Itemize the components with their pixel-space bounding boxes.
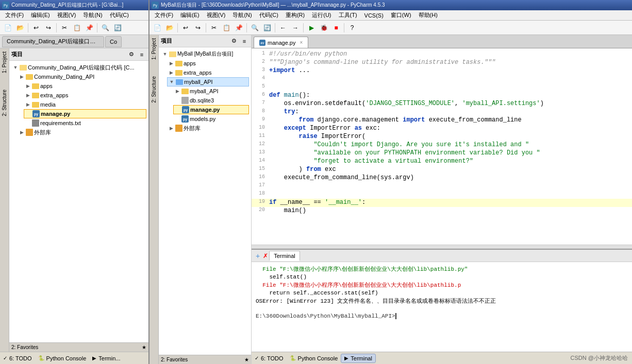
right-tree-myball-api-sub[interactable]: ▶ myball_API xyxy=(173,86,249,96)
right-console-btn[interactable]: 🐍 Python Console xyxy=(287,354,341,363)
right-tree-db-label: db.sqlite3 xyxy=(190,97,214,103)
left-menu-view[interactable]: 视图(V) xyxy=(54,10,79,20)
left-menu-file[interactable]: 文件(F) xyxy=(2,10,27,20)
right-menu-window[interactable]: 窗口(W) xyxy=(388,10,414,20)
right-menu-code[interactable]: 代码(C) xyxy=(256,10,281,20)
right-menu-vcs[interactable]: VCS(S) xyxy=(361,11,387,20)
left-project-side-label[interactable]: 1: Project xyxy=(1,48,8,76)
file-tab-manage-py[interactable]: py manage.py × xyxy=(254,37,308,48)
tree-root-left[interactable]: ▼ Community_Dating_API后端接口代码 [C... xyxy=(11,63,146,72)
r-stop-btn[interactable]: ■ xyxy=(330,22,342,33)
new-btn[interactable]: 📄 xyxy=(2,22,13,33)
r-paste-btn[interactable]: 📌 xyxy=(233,22,244,33)
tree-media-folder[interactable]: ▶ media xyxy=(24,100,146,109)
right-terminal-active-btn[interactable]: ▶ Terminal xyxy=(341,354,376,363)
left-bottom-bar: ✓ 6: TODO 🐍 Python Console ▶ Termin... xyxy=(0,352,148,364)
tree-manage-py-left[interactable]: ▶ py manage.py xyxy=(24,109,146,118)
right-menu-help[interactable]: 帮助(H) xyxy=(415,10,441,20)
copy-btn[interactable]: 📋 xyxy=(71,22,82,33)
right-tree-root-label: MyBall [MyBall后台项目] xyxy=(177,50,233,58)
tree-api-folder[interactable]: ▶ Community_Dating_API xyxy=(18,72,146,81)
left-gear-btn[interactable]: ⚙ xyxy=(127,50,136,59)
left-tab-project[interactable]: Community_Dating_API后端接口代码 xyxy=(2,36,104,47)
r-undo-btn[interactable]: ↩ xyxy=(180,22,191,33)
right-tree-models[interactable]: ▶ py models.py xyxy=(173,114,249,124)
r-new-btn[interactable]: 📄 xyxy=(152,22,163,33)
code-line-1: 1 #!/usr/bin/env python xyxy=(252,50,632,59)
left-menu-edit[interactable]: 编辑(E) xyxy=(28,10,53,20)
right-structure-side-label[interactable]: 2: Structure xyxy=(150,73,158,106)
r-debug-btn[interactable]: 🐞 xyxy=(318,22,329,33)
tree-apps-folder[interactable]: ▶ apps xyxy=(24,81,146,91)
left-menu-nav[interactable]: 导航(N) xyxy=(80,10,105,20)
terminal-panel: + ✗ Terminal File "F:\微微信小小程序序\创创新新创创业业\… xyxy=(252,249,632,352)
r-fwd-btn[interactable]: → xyxy=(290,22,301,33)
r-cut-btn[interactable]: ✂ xyxy=(208,22,220,33)
code-line-15: 15 ) from exc xyxy=(252,166,632,174)
right-tree-apps-label: apps xyxy=(184,60,196,66)
r-back-btn[interactable]: ← xyxy=(277,22,289,33)
terminal-tab-label: Terminal xyxy=(274,253,295,259)
right-tree-manage-py[interactable]: ▶ py manage.py xyxy=(173,105,249,114)
terminal-line-2: self.stat() xyxy=(256,274,628,280)
r-replace-btn[interactable]: 🔄 xyxy=(261,22,273,33)
right-favorites-label[interactable]: 2: Favorites xyxy=(161,357,188,362)
code-editor[interactable]: 1 #!/usr/bin/env python 2 """Django's co… xyxy=(252,48,632,245)
cut-btn[interactable]: ✂ xyxy=(59,22,70,33)
terminal-tab-main[interactable]: Terminal xyxy=(269,251,300,261)
left-favorites-label[interactable]: 2: Favorites xyxy=(11,344,38,350)
right-gear-btn[interactable]: ⚙ xyxy=(229,37,239,46)
r-copy-btn[interactable]: 📋 xyxy=(221,22,232,33)
right-todo-btn[interactable]: ✓ 6: TODO xyxy=(252,354,287,363)
redo-btn[interactable]: ↪ xyxy=(43,22,54,33)
r-help-btn[interactable]: ? xyxy=(346,22,358,33)
right-side-labels: 1: Project 2: Structure xyxy=(149,35,159,364)
left-terminal-btn[interactable]: ▶ Termin... xyxy=(89,354,123,363)
right-tree-apps[interactable]: ▶ apps xyxy=(167,59,249,68)
left-todo-btn[interactable]: ✓ 6: TODO xyxy=(0,354,35,363)
right-tree-root[interactable]: ▼ MyBall [MyBall后台项目] xyxy=(161,49,249,59)
right-menu-run[interactable]: 运行(U) xyxy=(309,10,334,20)
right-menu-file[interactable]: 文件(F) xyxy=(152,10,176,20)
right-menu-tools[interactable]: 工具(T) xyxy=(336,10,360,20)
replace-btn[interactable]: 🔄 xyxy=(112,22,123,33)
r-open-btn[interactable]: 📂 xyxy=(164,22,175,33)
right-layout-btn[interactable]: ≡ xyxy=(240,37,249,46)
right-tree-db[interactable]: ▶ db.sqlite3 xyxy=(173,96,249,105)
right-tree-extra-apps[interactable]: ▶ extra_apps xyxy=(167,68,249,77)
left-layout-btn[interactable]: ≡ xyxy=(137,50,146,59)
right-tree-manage-py-label: manage.py xyxy=(190,107,220,113)
paste-btn[interactable]: 📌 xyxy=(84,22,95,33)
search-btn[interactable]: 🔍 xyxy=(99,22,111,33)
code-line-20: 20 main() xyxy=(252,207,632,215)
left-terminal-icon: ▶ xyxy=(92,355,96,361)
r-run-btn[interactable]: ▶ xyxy=(306,22,317,33)
right-tree-ext-lib[interactable]: ▶ 外部库 xyxy=(167,124,249,133)
right-menu-nav[interactable]: 导航(N) xyxy=(229,10,255,20)
left-console-btn[interactable]: 🐍 Python Console xyxy=(35,354,90,363)
r-search-btn[interactable]: 🔍 xyxy=(249,22,260,33)
right-todo-label: 6: TODO xyxy=(261,355,284,361)
r-redo-btn[interactable]: ↪ xyxy=(192,22,204,33)
right-menu-view[interactable]: 视图(V) xyxy=(204,10,229,20)
terminal-add-btn[interactable]: + xyxy=(254,252,262,260)
left-tab-co[interactable]: Co xyxy=(105,36,122,47)
left-favorites-star[interactable]: ★ xyxy=(142,344,146,350)
terminal-prompt: E:\360Downloads\Python\MyBall\myball_API… xyxy=(256,313,628,319)
right-project-side-label[interactable]: 1: Project xyxy=(150,35,158,63)
tree-extra-apps-folder[interactable]: ▶ extra_apps xyxy=(24,91,146,100)
tree-ext-lib-left[interactable]: ▶ 外部库 xyxy=(18,128,146,137)
undo-btn[interactable]: ↩ xyxy=(30,22,42,33)
horizontal-scrollbar[interactable] xyxy=(252,245,632,249)
terminal-line-4: return self._accessor.stat(self) xyxy=(256,290,628,296)
open-btn[interactable]: 📂 xyxy=(14,22,26,33)
left-structure-side-label[interactable]: 2: Structure xyxy=(1,86,8,119)
tree-requirements-txt[interactable]: ▶ requirements.txt xyxy=(24,118,146,128)
right-favorites-star[interactable]: ★ xyxy=(244,357,249,362)
terminal-content[interactable]: File "F:\微微信小小程序序\创创新新创创业业\大大创创\lib\path… xyxy=(252,262,632,352)
left-menu-code[interactable]: 代码(C) xyxy=(107,10,132,20)
right-tree-myball-api[interactable]: ▼ myball_API xyxy=(167,77,249,86)
right-menu-edit[interactable]: 编辑(E) xyxy=(177,10,203,20)
right-menu-refactor[interactable]: 重构(R) xyxy=(282,10,308,20)
file-tab-close-btn[interactable]: × xyxy=(300,40,303,45)
